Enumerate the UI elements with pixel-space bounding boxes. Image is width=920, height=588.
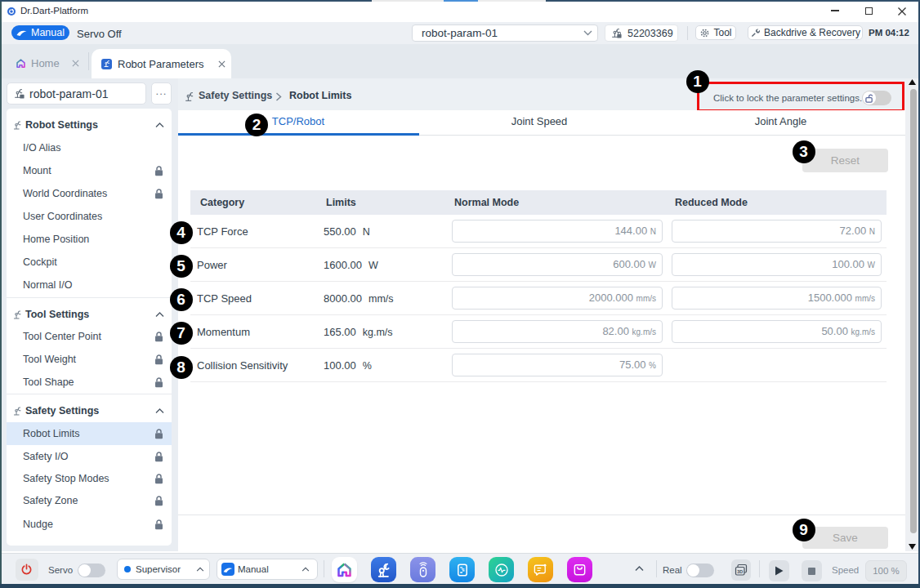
svg-text:3D: 3D <box>737 569 743 574</box>
